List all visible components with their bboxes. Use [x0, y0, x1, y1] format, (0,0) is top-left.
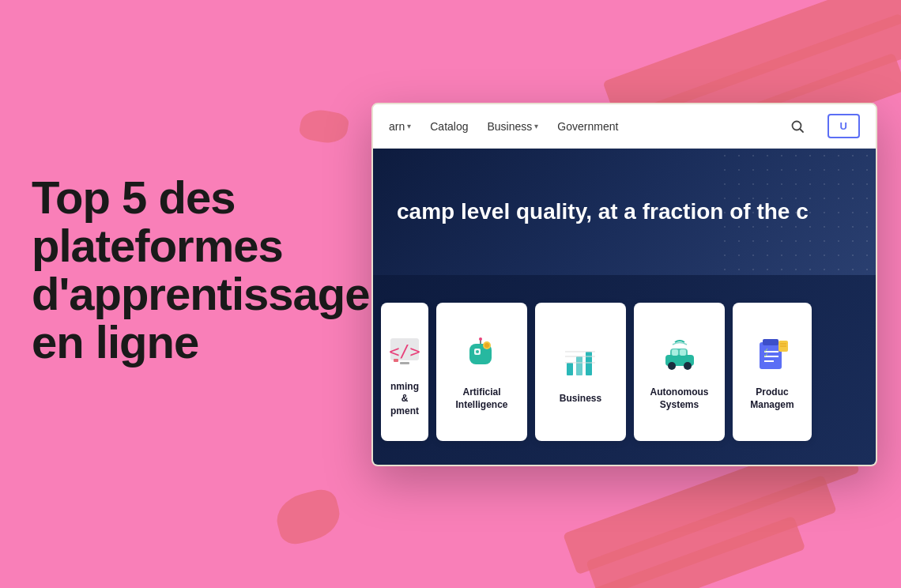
- navigation-bar: arn ▾ Catalog Business ▾ Government U: [373, 104, 876, 149]
- browser-window: arn ▾ Catalog Business ▾ Government U ca…: [371, 103, 877, 466]
- svg-rect-27: [763, 339, 778, 345]
- product-label: ProducManagem: [750, 386, 794, 411]
- svg-rect-15: [576, 356, 582, 375]
- svg-point-25: [684, 362, 692, 370]
- business-icon: [557, 337, 605, 385]
- svg-rect-16: [586, 352, 592, 375]
- svg-rect-5: [400, 362, 409, 364]
- svg-rect-4: [394, 359, 398, 362]
- svg-text:</>: </>: [389, 341, 420, 361]
- svg-line-1: [800, 129, 803, 132]
- svg-rect-22: [672, 349, 678, 356]
- main-heading: Top 5 des plateformes d'apprentissage en…: [32, 174, 348, 367]
- hero-text: camp level quality, at a fraction of the…: [397, 199, 809, 224]
- programming-label: nming &pment: [390, 381, 419, 418]
- svg-text:✓: ✓: [763, 352, 769, 359]
- category-card-programming[interactable]: </> nming &pment: [381, 303, 428, 441]
- programming-icon: </>: [381, 326, 428, 373]
- search-icon[interactable]: [786, 115, 809, 138]
- autonomous-label: AutonomousSystems: [650, 386, 709, 411]
- svg-rect-14: [567, 363, 573, 375]
- blob-decoration-bottom: [272, 486, 345, 548]
- ai-label: ArtificialIntelligence: [455, 386, 507, 411]
- nav-item-catalog[interactable]: Catalog: [430, 120, 468, 133]
- ai-icon: [458, 331, 506, 379]
- chevron-down-icon: ▾: [407, 122, 411, 130]
- blob-decoration-top: [298, 107, 350, 146]
- svg-point-0: [792, 121, 801, 130]
- category-card-product[interactable]: ✓ ✓ ProducManagem: [733, 303, 812, 441]
- autonomous-icon: [656, 331, 703, 379]
- nav-item-business[interactable]: Business ▾: [488, 120, 539, 133]
- nav-item-government[interactable]: Government: [557, 120, 618, 133]
- svg-rect-23: [680, 349, 686, 356]
- business-label: Business: [560, 393, 601, 405]
- signup-button[interactable]: U: [827, 114, 860, 138]
- product-icon: ✓ ✓: [748, 331, 796, 379]
- left-content: Top 5 des plateformes d'apprentissage en…: [32, 174, 348, 367]
- hero-section: camp level quality, at a fraction of the…: [373, 149, 876, 275]
- svg-point-11: [484, 343, 489, 348]
- svg-point-13: [479, 337, 482, 341]
- svg-point-9: [476, 350, 479, 353]
- category-card-ai[interactable]: ArtificialIntelligence: [436, 303, 527, 441]
- nav-item-learn[interactable]: arn ▾: [389, 120, 411, 133]
- chevron-down-icon-2: ▾: [534, 122, 538, 130]
- svg-point-24: [668, 362, 676, 370]
- categories-section: </> nming &pment: [373, 275, 876, 466]
- category-card-business[interactable]: Business: [535, 303, 626, 441]
- category-card-autonomous[interactable]: AutonomousSystems: [634, 303, 725, 441]
